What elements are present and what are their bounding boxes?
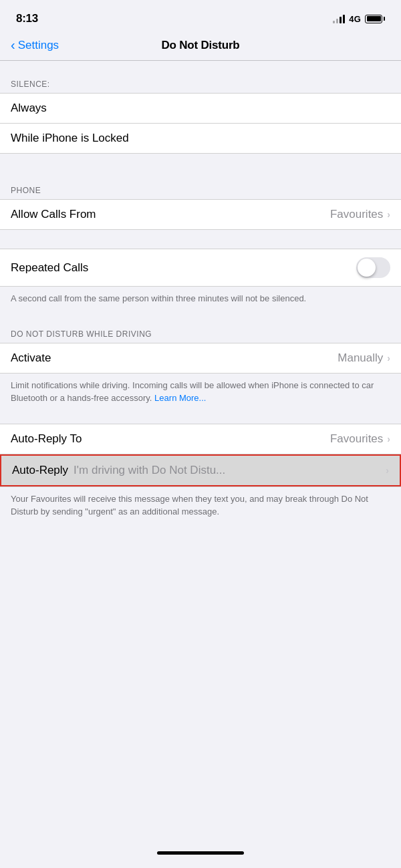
signal-icon — [333, 14, 345, 23]
silence-locked-label: While iPhone is Locked — [11, 132, 129, 145]
silence-group: Always While iPhone is Locked — [0, 93, 401, 154]
repeated-calls-group: Repeated Calls — [0, 249, 401, 287]
allow-calls-from-value: Favourites › — [330, 208, 390, 221]
driving-section-header: DO NOT DISTURB WHILE DRIVING — [0, 316, 401, 343]
repeated-calls-toggle[interactable] — [356, 257, 390, 278]
home-indicator — [0, 845, 401, 868]
back-chevron-icon: ‹ — [11, 37, 15, 53]
phone-section-header: PHONE — [0, 172, 401, 199]
driving-description: Limit notifications while driving. Incom… — [0, 374, 401, 416]
activate-value-text: Manually — [338, 351, 383, 365]
auto-reply-chevron-icon: › — [386, 465, 389, 476]
battery-icon — [365, 15, 385, 23]
nav-bar: ‹ Settings Do Not Disturb — [0, 33, 401, 61]
auto-reply-row[interactable]: Auto-Reply I'm driving with Do Not Distu… — [0, 454, 401, 486]
silence-always-label: Always — [11, 102, 47, 115]
bottom-fill — [0, 529, 401, 845]
auto-reply-value: I'm driving with Do Not Distu... — [74, 464, 384, 477]
activate-value: Manually › — [338, 351, 390, 365]
back-button[interactable]: ‹ Settings — [11, 38, 59, 53]
activate-row[interactable]: Activate Manually › — [0, 343, 401, 373]
auto-reply-to-row[interactable]: Auto-Reply To Favourites › — [0, 424, 401, 454]
allow-calls-from-row[interactable]: Allow Calls From Favourites › — [0, 200, 401, 229]
allow-calls-chevron-icon: › — [387, 209, 390, 220]
activate-label: Activate — [11, 351, 51, 365]
toggle-knob — [358, 259, 376, 277]
auto-reply-to-value: Favourites › — [330, 432, 390, 446]
silence-locked-row[interactable]: While iPhone is Locked — [0, 124, 401, 153]
auto-reply-to-value-text: Favourites — [330, 432, 383, 446]
auto-reply-group: Auto-Reply To Favourites › Auto-Reply I'… — [0, 424, 401, 487]
status-icons: 4G — [333, 14, 385, 24]
status-bar: 8:13 4G — [0, 0, 401, 33]
repeated-calls-label: Repeated Calls — [11, 261, 88, 275]
driving-group: Activate Manually › — [0, 343, 401, 374]
repeated-calls-row[interactable]: Repeated Calls — [0, 249, 401, 286]
repeated-calls-description: A second call from the same person withi… — [0, 287, 401, 316]
auto-reply-to-label: Auto-Reply To — [11, 432, 82, 446]
learn-more-link[interactable]: Learn More... — [154, 393, 206, 403]
network-label: 4G — [349, 14, 361, 24]
auto-reply-label: Auto-Reply — [12, 464, 68, 477]
auto-reply-description: Your Favourites will receive this messag… — [0, 487, 401, 529]
auto-reply-to-chevron-icon: › — [387, 434, 390, 444]
back-label: Settings — [18, 39, 59, 52]
silence-always-row[interactable]: Always — [0, 94, 401, 124]
activate-chevron-icon: › — [387, 353, 390, 364]
home-bar — [157, 851, 244, 855]
page-title: Do Not Disturb — [161, 39, 239, 52]
status-time: 8:13 — [16, 12, 38, 25]
allow-calls-from-value-text: Favourites — [330, 208, 383, 221]
page-container: 8:13 4G ‹ Settings Do Not Disturb — [0, 0, 401, 868]
phone-group: Allow Calls From Favourites › — [0, 199, 401, 230]
silence-section-header: SILENCE: — [0, 66, 401, 93]
allow-calls-from-label: Allow Calls From — [11, 208, 96, 221]
